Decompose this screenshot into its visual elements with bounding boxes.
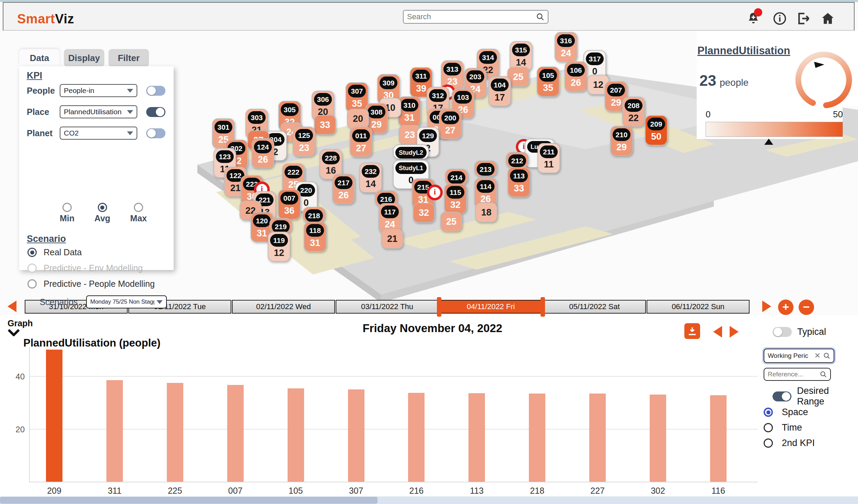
room-marker-StudyL2[interactable]: StudyL2 bbox=[393, 144, 429, 159]
room-marker-119[interactable]: 11912 bbox=[268, 232, 290, 262]
kpi-select-place[interactable]: PlannedUtilisation bbox=[60, 105, 137, 118]
room-marker-106[interactable]: 10626 bbox=[565, 61, 587, 92]
scrollbar-thumb[interactable] bbox=[0, 497, 378, 504]
bar-113[interactable] bbox=[468, 393, 485, 482]
room-marker-212[interactable]: 212 bbox=[506, 152, 529, 168]
room-id: 105 bbox=[539, 69, 557, 82]
desired-range-toggle[interactable] bbox=[773, 391, 791, 401]
gauge-title[interactable]: PlannedUtilisation bbox=[697, 45, 790, 57]
room-value-pill[interactable]: 33 bbox=[314, 115, 336, 135]
room-marker-217[interactable]: 21726 bbox=[332, 174, 355, 204]
bar-225[interactable] bbox=[167, 383, 183, 482]
room-marker-307[interactable]: 30735 bbox=[346, 82, 368, 113]
room-marker-210[interactable]: 21029 bbox=[610, 126, 633, 156]
kpi-toggle-planet[interactable] bbox=[146, 128, 165, 138]
room-value-pill[interactable]: 32 bbox=[413, 203, 435, 223]
working-period-field[interactable]: ✕ bbox=[764, 349, 834, 363]
clear-icon[interactable]: ✕ bbox=[814, 351, 821, 360]
room-marker-011[interactable]: 01127 bbox=[350, 127, 372, 157]
alert-icon[interactable]: i bbox=[427, 185, 443, 200]
bar-label-216: 216 bbox=[396, 486, 437, 496]
room-value-pill[interactable]: 21 bbox=[381, 229, 403, 249]
collapse-graph-icon[interactable] bbox=[8, 329, 20, 338]
timeline-play-icon[interactable] bbox=[762, 301, 771, 312]
room-marker-105[interactable]: 10535 bbox=[537, 67, 559, 97]
timeline-day-5[interactable]: 04/11/2022 Fri bbox=[439, 300, 542, 314]
room-marker-113[interactable]: 11333 bbox=[508, 167, 530, 197]
gridline-20 bbox=[29, 429, 758, 430]
room-id: 214 bbox=[448, 171, 465, 184]
scenario-option: Real Data bbox=[27, 247, 168, 257]
room-marker-316[interactable]: 31624 bbox=[555, 32, 577, 62]
kpi-select-planet[interactable]: CO2 bbox=[60, 127, 137, 140]
bar-105[interactable] bbox=[288, 388, 304, 482]
timeline-day-3[interactable]: 02/11/2022 Wed bbox=[232, 300, 335, 314]
working-period-input[interactable] bbox=[767, 352, 814, 360]
radio-min[interactable] bbox=[62, 203, 72, 212]
radio-scenario[interactable] bbox=[27, 279, 37, 289]
kpi-toggle-people[interactable] bbox=[146, 86, 165, 96]
room-marker-209[interactable]: 20950 bbox=[645, 115, 668, 145]
room-value-pill[interactable]: 20 bbox=[347, 109, 369, 129]
timeline-back-icon[interactable] bbox=[8, 301, 16, 312]
search-icon[interactable] bbox=[819, 370, 827, 378]
room-id: 303 bbox=[248, 111, 266, 124]
range-handle-left[interactable] bbox=[437, 297, 441, 317]
bar-307[interactable] bbox=[348, 389, 364, 482]
tab-display[interactable]: Display bbox=[64, 49, 104, 67]
room-marker-124[interactable]: 12426 bbox=[252, 138, 274, 168]
radio-2nd-kpi[interactable] bbox=[764, 438, 773, 448]
reference-field[interactable] bbox=[764, 368, 831, 381]
radio-max[interactable] bbox=[134, 203, 143, 212]
room-marker-232[interactable]: 23214 bbox=[359, 163, 382, 193]
scale-marker[interactable] bbox=[764, 139, 773, 145]
room-marker-218[interactable]: 218 bbox=[303, 207, 325, 223]
add-day-button[interactable]: + bbox=[778, 300, 793, 315]
room-value-pill[interactable]: 25 bbox=[440, 212, 462, 232]
bar-209[interactable] bbox=[46, 350, 62, 482]
room-marker-213[interactable]: 213 bbox=[474, 161, 497, 176]
room-id: 301 bbox=[214, 121, 232, 133]
tab-data[interactable]: Data bbox=[19, 49, 60, 67]
radio-time[interactable] bbox=[764, 423, 773, 432]
room-marker-104[interactable]: 10417 bbox=[488, 76, 511, 106]
room-marker-007[interactable]: 00736 bbox=[278, 189, 301, 220]
radio-scenario[interactable] bbox=[27, 263, 37, 273]
bar-007[interactable] bbox=[227, 385, 244, 482]
radio-avg[interactable] bbox=[98, 203, 107, 212]
timeline-day-6[interactable]: 05/11/2022 Sat bbox=[543, 300, 646, 314]
room-marker-211[interactable]: 21111 bbox=[537, 143, 560, 173]
bar-216[interactable] bbox=[408, 393, 425, 482]
typical-toggle[interactable] bbox=[773, 327, 792, 337]
radio-scenario[interactable] bbox=[27, 248, 37, 257]
room-marker-310[interactable]: 31031 bbox=[398, 96, 421, 127]
bar-116[interactable] bbox=[710, 395, 727, 482]
kpi-toggle-place[interactable] bbox=[146, 107, 165, 117]
room-value: 11 bbox=[538, 159, 559, 170]
bar-311[interactable] bbox=[106, 380, 123, 482]
room-marker-208[interactable]: 20822 bbox=[622, 97, 645, 127]
bar-218[interactable] bbox=[529, 394, 545, 482]
scenarios-select[interactable]: Monday 75/25 Non Stagge bbox=[86, 295, 167, 308]
tab-filter[interactable]: Filter bbox=[108, 49, 149, 67]
room-marker-214[interactable]: 214 bbox=[445, 169, 468, 185]
room-marker-118[interactable]: 11831 bbox=[304, 222, 326, 252]
room-marker-200[interactable]: 20027 bbox=[439, 109, 462, 139]
timeline-day-4[interactable]: 03/11/2022 Thu bbox=[336, 300, 439, 314]
kpi-select-people[interactable]: People-in bbox=[60, 84, 137, 97]
room-marker-125[interactable]: 12523 bbox=[293, 127, 315, 157]
prev-day-icon[interactable] bbox=[713, 326, 722, 338]
bar-302[interactable] bbox=[650, 395, 666, 482]
timeline-day-7[interactable]: 06/11/2022 Sun bbox=[647, 300, 750, 314]
remove-day-button[interactable]: − bbox=[799, 300, 814, 315]
room-marker-115[interactable]: 11532 bbox=[444, 184, 467, 214]
room-value-pill[interactable]: 18 bbox=[475, 202, 497, 222]
radio-space[interactable] bbox=[764, 408, 773, 417]
bar-label-007: 007 bbox=[215, 486, 256, 496]
bar-227[interactable] bbox=[589, 394, 606, 482]
next-day-icon[interactable] bbox=[730, 326, 739, 338]
reference-input[interactable] bbox=[767, 370, 819, 378]
download-button[interactable] bbox=[684, 323, 700, 339]
range-handle-right[interactable] bbox=[541, 297, 545, 317]
search-icon[interactable] bbox=[823, 352, 831, 360]
